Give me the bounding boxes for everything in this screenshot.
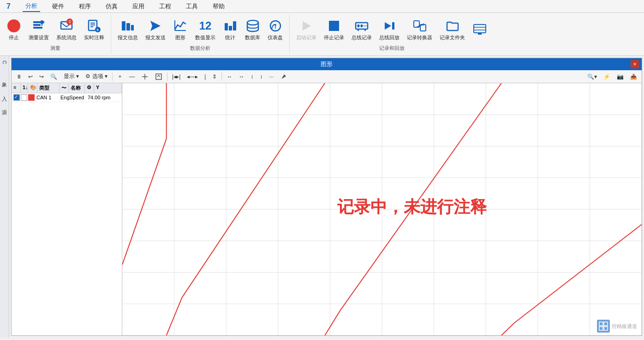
bus-replay-button[interactable]: 总线回放 [376, 17, 402, 43]
svg-rect-18 [229, 26, 232, 30]
svg-rect-37 [474, 24, 486, 33]
gt-redo[interactable]: ↪ [36, 72, 47, 81]
stop-button[interactable]: 停止 [4, 17, 24, 43]
gt-sep2 [167, 73, 167, 81]
gt-cursor[interactable] [138, 72, 151, 82]
svg-rect-2 [33, 27, 42, 29]
col-type: 类型 [37, 83, 60, 93]
signal-color [28, 94, 35, 101]
menu-analysis[interactable]: 分析 [23, 1, 40, 12]
gt-compress-x[interactable]: ↔ [236, 72, 247, 81]
menu-application[interactable]: 应用 [130, 1, 147, 12]
report-send-button[interactable]: 报文发送 [143, 17, 168, 43]
signal-y-value: 74.00 rpm [88, 95, 120, 100]
record-convert-label: 记录转换器 [407, 34, 432, 41]
record-convert-icon [412, 18, 427, 33]
toolbar-section-measurement: 停止 测量设置 [0, 15, 111, 54]
menu-help[interactable]: 帮助 [210, 1, 227, 12]
gt-clear[interactable] [277, 72, 290, 82]
num-display-icon: 12 [199, 19, 212, 32]
graph-close-button[interactable]: × [631, 60, 639, 68]
svg-rect-1 [33, 24, 41, 26]
gt-options[interactable]: ⚙ 选项 ▾ [83, 71, 110, 82]
watermark-text: 控精板通道 [612, 323, 637, 330]
menu-bar: 7 分析 硬件 程序 仿真 应用 工程 工具 帮助 [0, 0, 644, 13]
gt-export[interactable]: 📤 [627, 72, 640, 81]
gt-yzoom[interactable]: | [202, 72, 209, 81]
svg-rect-48 [599, 327, 603, 330]
menu-program[interactable]: 程序 [76, 1, 94, 12]
measure-settings-button[interactable]: 测量设置 [26, 17, 52, 43]
num-display-button[interactable]: 12 数值显示 [192, 17, 218, 43]
menu-simulation[interactable]: 仿真 [103, 1, 120, 12]
col-color: 🎨 [28, 83, 37, 93]
graph-titlebar: 图形 × [12, 58, 642, 70]
signal-color-checkbox[interactable] [21, 94, 27, 101]
gt-right-search[interactable]: 🔍▾ [584, 72, 600, 81]
svg-rect-49 [604, 327, 608, 330]
sidebar-item-c[interactable]: C [2, 61, 7, 64]
chart-label: 图形 [175, 34, 185, 41]
watermark: 控精板通道 [597, 320, 637, 333]
svg-rect-46 [599, 322, 603, 326]
watermark-icon [597, 320, 610, 333]
svg-rect-19 [233, 21, 236, 30]
left-sidebar: C 象 入 源 [0, 56, 9, 338]
bus-record-button[interactable]: 总线记录 [349, 17, 375, 43]
signal-checkbox[interactable] [13, 94, 20, 101]
start-record-label: 启动记录 [296, 34, 316, 41]
record-folder-button[interactable]: 记录文件夹 [437, 17, 468, 43]
col-settings: ⚙ [85, 83, 94, 93]
gt-display[interactable]: 显示 ▾ [61, 71, 82, 82]
report-send-label: 报文发送 [145, 34, 166, 41]
gt-yzoom2[interactable]: ⇕ [209, 72, 220, 81]
signal-check-area [13, 94, 35, 101]
graph-content: ≡ 1↓ 🎨 类型 〜 名称 ⚙ Y CAN 1 [12, 83, 642, 335]
report-info-icon [120, 18, 135, 33]
report-info-button[interactable]: 报文信息 [115, 17, 141, 43]
menu-engineering[interactable]: 工程 [156, 1, 174, 12]
gt-undo[interactable]: ↩ [25, 72, 36, 81]
more-button[interactable] [470, 20, 490, 40]
chart-button[interactable]: 图形 [170, 17, 191, 43]
realtime-note-button[interactable]: + 实时注释 [81, 17, 107, 43]
gt-bolt[interactable]: ⚡ [601, 72, 613, 81]
fit-icon [155, 73, 162, 80]
start-record-button[interactable]: 启动记录 [293, 17, 319, 43]
dashboard-button[interactable]: 仪表盘 [265, 17, 286, 43]
bus-record-label: 总线记录 [352, 34, 372, 41]
stat-button[interactable]: 统计 [220, 17, 240, 43]
signal-panel: ≡ 1↓ 🎨 类型 〜 名称 ⚙ Y CAN 1 [12, 83, 122, 335]
svg-rect-43 [156, 74, 161, 79]
gt-pause[interactable]: ⏸ [13, 72, 24, 81]
stop-record-button[interactable]: 停止记录 [321, 17, 347, 43]
database-button[interactable]: 数据库 [242, 17, 263, 43]
menu-tools[interactable]: 工具 [183, 1, 201, 12]
gt-compress-y[interactable]: ↕ [257, 72, 265, 81]
measure-settings-icon [31, 18, 46, 33]
toolbar-section-record: 启动记录 停止记录 [290, 15, 494, 54]
gt-dotdot[interactable]: ··· [266, 72, 276, 81]
record-convert-button[interactable]: 记录转换器 [404, 17, 435, 43]
gt-fit[interactable] [152, 72, 165, 82]
gt-minus[interactable]: — [126, 72, 137, 81]
gt-add[interactable]: ＋ [114, 71, 125, 82]
col-num: 1↓ [21, 83, 28, 93]
gt-sep1 [112, 73, 113, 81]
gt-expand-x[interactable]: ↔ [224, 72, 235, 81]
svg-rect-13 [126, 23, 130, 30]
bus-replay-label: 总线回放 [379, 34, 400, 41]
record-section-label: 记录和回放 [379, 43, 405, 52]
realtime-note-label: 实时注释 [84, 34, 104, 41]
svg-rect-47 [604, 322, 608, 326]
gt-xzoom-in[interactable]: |◂▸| [169, 72, 183, 81]
sys-msg-button[interactable]: 3 系统消息 [54, 17, 79, 43]
stat-icon [223, 18, 238, 33]
signal-type: CAN 1 [36, 95, 60, 100]
gt-expand-y[interactable]: ↕ [248, 72, 256, 81]
menu-hardware[interactable]: 硬件 [49, 1, 67, 12]
gt-snapshot[interactable]: 📷 [614, 72, 626, 81]
gt-search[interactable]: 🔍 [48, 72, 60, 81]
gt-xzoom-out[interactable]: ◂—▸ [184, 72, 201, 81]
svg-rect-12 [122, 21, 125, 30]
